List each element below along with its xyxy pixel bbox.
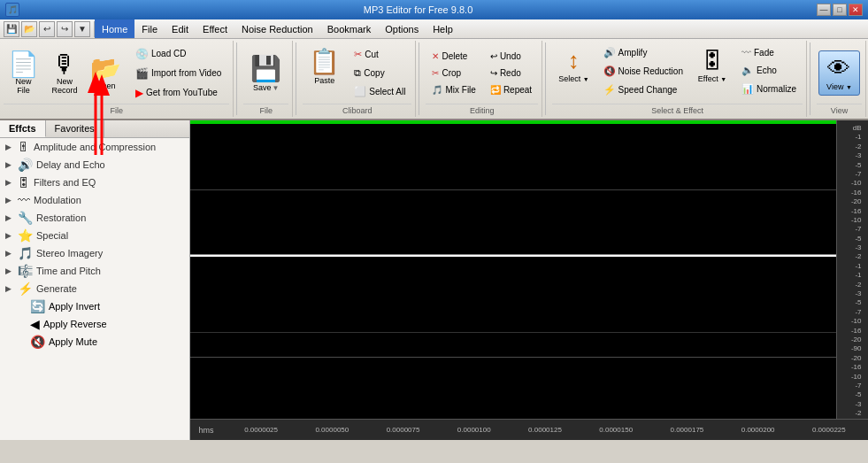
- ribbon-group-file: 📄 New File 🎙 New Record 📂 Open 💿: [0, 41, 234, 117]
- tl-5: 0.0000150: [599, 426, 633, 434]
- amplify-icon: 🔊: [603, 47, 616, 58]
- sidebar-item-restoration[interactable]: ▶ 🔧 Restoration: [0, 209, 189, 227]
- sidebar-item-modulation[interactable]: ▶ 〰 Modulation: [0, 191, 189, 209]
- sidebar-item-stereo[interactable]: ▶ 🎵 Stereo Imagery: [0, 244, 189, 262]
- crop-button[interactable]: ✂ Crop: [427, 66, 480, 81]
- import-video-button[interactable]: 🎬 Import from Video: [131, 65, 226, 82]
- open-button[interactable]: 📂 Open: [86, 42, 126, 104]
- sidebar-item-apply-invert[interactable]: ▶ 🔄 Apply Invert: [0, 297, 189, 315]
- delete-button[interactable]: ✕ Delete: [427, 49, 480, 64]
- normalize-label: Normalize: [757, 84, 796, 94]
- copy-button[interactable]: ⧉ Copy: [350, 65, 410, 81]
- noise-reduction-label: Noise Reduction: [618, 66, 683, 76]
- new-file-icon: 📄: [8, 52, 39, 77]
- sidebar-tabs: Effcts Favorites: [0, 120, 189, 138]
- effect-label: Effect ▼: [698, 74, 726, 83]
- clipboard-group-label: Cliboard: [303, 104, 411, 115]
- menu-bookmark[interactable]: Bookmark: [320, 19, 379, 38]
- delete-label: Delete: [442, 51, 467, 61]
- menu-effect[interactable]: Effect: [196, 19, 234, 38]
- normalize-icon: 📊: [741, 83, 754, 95]
- redo-button[interactable]: ↪ Redo: [486, 66, 536, 81]
- sidebar-item-delay[interactable]: ▶ 🔊 Delay and Echo: [0, 156, 189, 174]
- modulation-icon: 〰: [18, 193, 30, 207]
- paste-label: Paste: [314, 76, 334, 85]
- cut-label: Cut: [365, 50, 379, 59]
- sidebar-tab-favorites[interactable]: Favorites: [46, 120, 104, 137]
- waveform-display[interactable]: [190, 120, 836, 419]
- delay-label: Delay and Echo: [36, 159, 105, 170]
- qa-dropdown-button[interactable]: ▼: [74, 21, 90, 37]
- expand-icon-time: ▶: [5, 266, 14, 275]
- effect-large-button[interactable]: 🎛 Effect ▼: [691, 42, 734, 88]
- save-button[interactable]: 💾 Save ▼: [244, 50, 288, 96]
- menu-help[interactable]: Help: [426, 19, 460, 38]
- db-n7d: -7: [841, 382, 865, 390]
- close-button[interactable]: ✕: [849, 4, 863, 16]
- copy-label: Copy: [364, 68, 384, 78]
- sidebar-item-filters[interactable]: ▶ 🎛 Filters and EQ: [0, 174, 189, 191]
- sidebar-item-generate[interactable]: ▶ ⚡ Generate: [0, 280, 189, 297]
- echo-button[interactable]: 🔈 Echo: [737, 62, 801, 79]
- undo-button[interactable]: ↩ Undo: [486, 49, 536, 64]
- time-pitch-label: Time and Pitch: [36, 266, 101, 276]
- sidebar-item-apply-mute[interactable]: ▶ 🔇 Apply Mute: [0, 333, 189, 351]
- load-cd-button[interactable]: 💿 Load CD: [131, 45, 226, 63]
- timeline-labels: 0.0000025 0.0000050 0.0000075 0.0000100 …: [222, 426, 868, 434]
- playhead-green-line: [190, 120, 836, 124]
- repeat-button[interactable]: 🔁 Repeat: [486, 82, 536, 97]
- paste-button[interactable]: 📋 Paste: [303, 42, 346, 89]
- amplify-label: Amplify: [618, 48, 648, 58]
- special-icon: ⭐: [18, 228, 33, 243]
- new-record-button[interactable]: 🎙 New Record: [45, 42, 84, 104]
- view-group-label: View: [817, 104, 862, 115]
- menu-noise-reduction[interactable]: Noise Reduction: [234, 19, 320, 38]
- menu-options[interactable]: Options: [378, 19, 426, 38]
- mix-file-button[interactable]: 🎵 Mix File: [427, 82, 480, 97]
- editing-group-label: Editing: [426, 104, 538, 115]
- maximize-button[interactable]: □: [833, 4, 847, 16]
- menu-file[interactable]: File: [134, 19, 165, 38]
- waveform-section: dB -1 -2 -3 -5 -7 -10 -16 -20 -16 -10 -7…: [190, 120, 868, 440]
- select-all-button[interactable]: ⬜ Select All: [350, 83, 410, 100]
- speed-change-button[interactable]: ⚡ Speed Change: [599, 81, 687, 98]
- sidebar-item-apply-reverse[interactable]: ▶ ◀ Apply Reverse: [0, 315, 189, 333]
- db-n7: -7: [841, 170, 865, 179]
- crop-icon: ✂: [432, 68, 439, 78]
- qa-open-button[interactable]: 📂: [21, 21, 37, 37]
- generate-icon: ⚡: [18, 282, 33, 296]
- view-large-button[interactable]: 👁 View ▼: [818, 50, 860, 96]
- sidebar-item-special[interactable]: ▶ ⭐ Special: [0, 227, 189, 244]
- get-youtube-button[interactable]: ▶ Get from YouTube: [131, 84, 226, 102]
- select-large-button[interactable]: ↕ Select ▼: [552, 42, 595, 88]
- normalize-button[interactable]: 📊 Normalize: [737, 81, 801, 97]
- menu-bar: 💾 📂 ↩ ↪ ▼ Home File Edit Effect Noise Re…: [0, 19, 868, 39]
- amplify-button[interactable]: 🔊 Amplify: [599, 44, 687, 61]
- qa-redo-button[interactable]: ↪: [57, 21, 73, 37]
- new-file-button[interactable]: 📄 New File: [4, 42, 43, 104]
- cut-button[interactable]: ✂ Cut: [350, 46, 410, 63]
- minimize-button[interactable]: —: [817, 4, 831, 16]
- qa-save-button[interactable]: 💾: [4, 21, 19, 37]
- fade-button[interactable]: 〰 Fade: [737, 44, 801, 60]
- db-n16b: -16: [841, 207, 865, 216]
- noise-reduction-button[interactable]: 🔇 Noise Reduction: [599, 63, 687, 80]
- db-n3c: -3: [841, 289, 865, 298]
- sidebar-tab-effects[interactable]: Effcts: [0, 120, 46, 137]
- fade-label: Fade: [754, 48, 774, 58]
- speed-change-label: Speed Change: [618, 85, 678, 95]
- title-bar: 🎵 MP3 Editor for Free 9.8.0 — □ ✕: [0, 0, 868, 19]
- stereo-label: Stereo Imagery: [36, 248, 103, 259]
- db-n16d: -16: [841, 363, 865, 372]
- lower-line-1: [190, 357, 836, 358]
- sidebar-item-time-pitch[interactable]: ▶ 🎼 Time and Pitch: [0, 262, 189, 280]
- menu-home[interactable]: Home: [95, 19, 134, 38]
- menu-edit[interactable]: Edit: [165, 19, 196, 38]
- qa-undo-button[interactable]: ↩: [39, 21, 55, 37]
- mix-file-icon: 🎵: [432, 85, 442, 95]
- sidebar-item-amplitude[interactable]: ▶ 🎚 Amplitude and Compression: [0, 138, 189, 156]
- expand-icon-rest: ▶: [5, 213, 14, 222]
- redo-icon: ↪: [490, 68, 497, 78]
- restoration-icon: 🔧: [18, 211, 33, 225]
- select-icon: ↕: [568, 47, 580, 74]
